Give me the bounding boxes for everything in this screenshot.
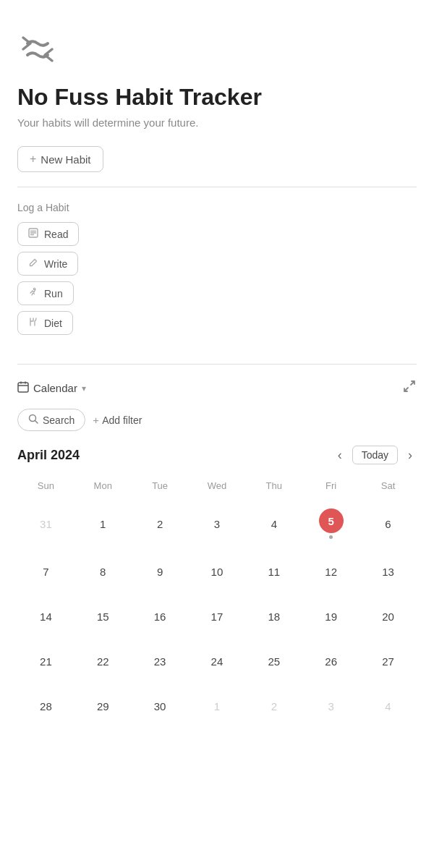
- table-row[interactable]: 14: [17, 594, 75, 639]
- weekday-wed: Wed: [189, 476, 246, 498]
- habit-chip-run[interactable]: Run: [17, 281, 74, 305]
- day-number: 4: [376, 694, 401, 718]
- habits-list: Read Write Run Diet: [17, 222, 417, 335]
- habit-chip-read[interactable]: Read: [17, 222, 79, 246]
- today-button[interactable]: Today: [352, 446, 398, 464]
- day-number: 26: [319, 649, 344, 673]
- day-number: 27: [376, 649, 401, 673]
- table-row[interactable]: 1: [75, 498, 132, 549]
- habit-label-write: Write: [44, 258, 67, 270]
- table-row[interactable]: 15: [75, 594, 132, 639]
- table-row[interactable]: 3: [302, 684, 359, 728]
- table-row[interactable]: 6: [359, 498, 417, 549]
- table-row[interactable]: 24: [189, 639, 246, 684]
- day-number: 6: [376, 511, 401, 536]
- table-row[interactable]: 25: [245, 639, 302, 684]
- calendar-week-2: 14151617181920: [17, 594, 417, 639]
- table-row[interactable]: 9: [132, 549, 189, 594]
- table-row[interactable]: 16: [132, 594, 189, 639]
- calendar-weekdays: SunMonTueWedThuFriSat: [17, 476, 417, 498]
- table-row[interactable]: 10: [189, 549, 246, 594]
- table-row[interactable]: 1: [189, 684, 246, 728]
- table-row[interactable]: 4: [359, 684, 417, 728]
- table-row[interactable]: 4: [245, 498, 302, 549]
- search-button[interactable]: Search: [17, 409, 85, 431]
- day-number: 29: [90, 694, 115, 718]
- weekday-sun: Sun: [17, 476, 75, 498]
- calendar-nav-controls: ‹ Today ›: [333, 446, 417, 464]
- day-number: 21: [33, 649, 58, 673]
- next-month-button[interactable]: ›: [404, 446, 417, 464]
- day-number: 23: [148, 649, 172, 673]
- habit-chip-write[interactable]: Write: [17, 252, 78, 276]
- table-row[interactable]: 31: [17, 498, 75, 549]
- table-row[interactable]: 22: [75, 639, 132, 684]
- calendar-week-0: 31123456: [17, 498, 417, 549]
- new-habit-button[interactable]: + New Habit: [17, 146, 103, 172]
- table-row[interactable]: 17: [189, 594, 246, 639]
- calendar-nav: April 2024 ‹ Today ›: [17, 446, 417, 464]
- table-row[interactable]: 23: [132, 639, 189, 684]
- filter-row: Search + Add filter: [17, 409, 417, 431]
- app-logo: [17, 29, 417, 84]
- table-row[interactable]: 5: [302, 498, 359, 549]
- calendar-week-3: 21222324252627: [17, 639, 417, 684]
- table-row[interactable]: 29: [75, 684, 132, 728]
- day-number: 18: [262, 604, 286, 629]
- table-row[interactable]: 26: [302, 639, 359, 684]
- table-row[interactable]: 2: [245, 684, 302, 728]
- table-row[interactable]: 30: [132, 684, 189, 728]
- calendar-month-title: April 2024: [17, 448, 80, 463]
- table-row[interactable]: 18: [245, 594, 302, 639]
- day-number: 17: [205, 604, 229, 629]
- table-row[interactable]: 11: [245, 549, 302, 594]
- weekday-mon: Mon: [75, 476, 132, 498]
- calendar-section: Calendar ▾ Search +: [17, 364, 417, 728]
- table-row[interactable]: 21: [17, 639, 75, 684]
- today-date: 5: [319, 509, 344, 533]
- day-number: 1: [90, 511, 115, 536]
- log-habit-section: Log a Habit Read Write Run Diet: [17, 202, 417, 335]
- table-row[interactable]: 19: [302, 594, 359, 639]
- habit-label-read: Read: [44, 229, 68, 240]
- table-row[interactable]: 8: [75, 549, 132, 594]
- log-habit-label: Log a Habit: [17, 202, 417, 213]
- day-number: 7: [33, 559, 58, 584]
- table-row[interactable]: 28: [17, 684, 75, 728]
- habit-chip-diet[interactable]: Diet: [17, 311, 73, 335]
- day-number: 10: [205, 559, 229, 584]
- calendar-label-button[interactable]: Calendar ▾: [17, 381, 86, 395]
- day-number: 14: [33, 604, 58, 629]
- day-number: 25: [262, 649, 286, 673]
- day-number: 20: [376, 604, 401, 629]
- calendar-body: 3112345678910111213141516171819202122232…: [17, 498, 417, 728]
- new-habit-label: New Habit: [41, 153, 90, 166]
- day-number: 15: [90, 604, 115, 629]
- table-row[interactable]: 3: [189, 498, 246, 549]
- table-row[interactable]: 27: [359, 639, 417, 684]
- table-row[interactable]: 7: [17, 549, 75, 594]
- weekday-thu: Thu: [245, 476, 302, 498]
- day-number: 2: [262, 694, 286, 718]
- calendar-label-text: Calendar: [33, 382, 77, 394]
- table-row[interactable]: 13: [359, 549, 417, 594]
- day-number: 31: [33, 511, 58, 536]
- day-number: 2: [148, 511, 172, 536]
- weekday-tue: Tue: [132, 476, 189, 498]
- day-number: 4: [262, 511, 286, 536]
- table-row[interactable]: 12: [302, 549, 359, 594]
- plus-icon: +: [30, 153, 36, 166]
- table-row[interactable]: 2: [132, 498, 189, 549]
- prev-month-button[interactable]: ‹: [333, 446, 346, 464]
- day-number: 19: [319, 604, 344, 629]
- shrink-icon[interactable]: [402, 379, 417, 397]
- weekday-sat: Sat: [359, 476, 417, 498]
- calendar-table: SunMonTueWedThuFriSat 311234567891011121…: [17, 476, 417, 728]
- day-number: 16: [148, 604, 172, 629]
- add-filter-button[interactable]: + Add filter: [93, 414, 142, 426]
- plus-filter-icon: +: [93, 414, 99, 426]
- calendar-week-1: 78910111213: [17, 549, 417, 594]
- app-title: No Fuss Habit Tracker: [17, 84, 417, 111]
- table-row[interactable]: 20: [359, 594, 417, 639]
- day-number: 24: [205, 649, 229, 673]
